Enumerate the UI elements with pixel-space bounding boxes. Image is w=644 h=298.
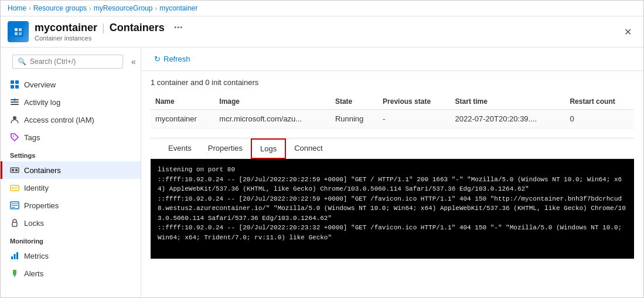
- sidebar-item-identity-label: Identity: [24, 184, 49, 192]
- table-header-row: Name Image State Previous state Start ti…: [151, 94, 634, 110]
- svg-rect-11: [11, 104, 19, 105]
- svg-rect-6: [15, 80, 19, 84]
- close-button[interactable]: ✕: [619, 24, 636, 40]
- content-area: 1 container and 0 init containers Name I…: [141, 71, 643, 297]
- sidebar-item-iam-label: Access control (IAM): [24, 116, 94, 124]
- cell-prev-state: -: [378, 110, 450, 128]
- svg-rect-5: [11, 80, 14, 84]
- breadcrumb-resource-groups[interactable]: Resource groups: [33, 4, 87, 12]
- sidebar-item-metrics[interactable]: Metrics: [1, 247, 141, 265]
- tabs: Events Properties Logs Connect: [151, 138, 634, 159]
- cell-restart-count: 0: [565, 110, 634, 128]
- containers-table: Name Image State Previous state Start ti…: [151, 94, 634, 128]
- tab-connect[interactable]: Connect: [286, 139, 330, 158]
- svg-rect-10: [11, 101, 19, 103]
- sidebar-item-locks[interactable]: Locks: [1, 214, 141, 232]
- svg-rect-16: [12, 169, 14, 171]
- svg-rect-31: [13, 275, 16, 276]
- sidebar-item-containers-label: Containers: [24, 166, 61, 175]
- locks-icon: [10, 218, 19, 228]
- sidebar-item-access-control[interactable]: Access control (IAM): [1, 111, 141, 128]
- sidebar-item-overview[interactable]: Overview: [1, 76, 141, 93]
- cell-state: Running: [330, 110, 378, 128]
- col-image: Image: [214, 94, 330, 110]
- header-subtitle: Container instances: [35, 35, 619, 42]
- svg-rect-1: [15, 28, 18, 31]
- svg-rect-3: [15, 32, 18, 35]
- sidebar-item-alerts-label: Alerts: [24, 269, 43, 278]
- svg-rect-26: [12, 222, 17, 226]
- sidebar: 🔍 « Overview Activity log: [1, 48, 141, 297]
- properties-icon: [10, 201, 19, 210]
- col-name: Name: [151, 94, 214, 110]
- cell-image: mcr.microsoft.com/azu...: [214, 110, 330, 128]
- body: 🔍 « Overview Activity log: [1, 48, 643, 297]
- svg-rect-17: [15, 169, 18, 171]
- tab-properties[interactable]: Properties: [200, 139, 251, 158]
- activity-log-icon: [10, 97, 19, 107]
- search-box[interactable]: 🔍: [12, 55, 123, 69]
- page-title: Containers: [110, 22, 165, 34]
- breadcrumb-my-resource-group[interactable]: myResourceGroup: [94, 4, 153, 12]
- svg-rect-32: [14, 276, 15, 277]
- sidebar-item-locks-label: Locks: [24, 219, 44, 228]
- col-state: State: [330, 94, 378, 110]
- col-prev-state: Previous state: [378, 94, 450, 110]
- metrics-icon: [10, 251, 19, 260]
- col-start-time: Start time: [451, 94, 565, 110]
- breadcrumb: Home › Resource groups › myResourceGroup…: [1, 1, 643, 16]
- overview-icon: [10, 80, 19, 89]
- sidebar-item-containers[interactable]: Containers: [1, 161, 141, 179]
- azure-window: Home › Resource groups › myResourceGroup…: [0, 0, 644, 298]
- svg-point-13: [13, 116, 16, 120]
- svg-rect-8: [15, 85, 19, 89]
- resource-name: mycontainer: [35, 22, 97, 34]
- table-row[interactable]: mycontainer mcr.microsoft.com/azu... Run…: [151, 110, 634, 128]
- page-header: mycontainer | Containers ··· Container i…: [1, 16, 643, 48]
- refresh-button[interactable]: ↻ Refresh: [151, 52, 194, 66]
- breadcrumb-home[interactable]: Home: [8, 4, 26, 12]
- sidebar-item-identity[interactable]: Identity: [1, 179, 141, 197]
- svg-rect-18: [11, 185, 19, 191]
- sidebar-item-alerts[interactable]: Alerts: [1, 265, 141, 282]
- sidebar-item-metrics-label: Metrics: [24, 252, 49, 260]
- more-options-button[interactable]: ···: [174, 22, 183, 34]
- resource-icon: [8, 21, 29, 42]
- refresh-label: Refresh: [163, 55, 190, 63]
- svg-rect-30: [13, 270, 16, 275]
- svg-point-19: [12, 187, 14, 189]
- sidebar-item-activity-log-label: Activity log: [24, 98, 60, 107]
- toolbar: ↻ Refresh: [141, 48, 643, 71]
- alerts-icon: [10, 269, 19, 278]
- svg-rect-0: [13, 26, 23, 37]
- svg-rect-29: [16, 252, 18, 259]
- main-content: ↻ Refresh 1 container and 0 init contain…: [141, 48, 643, 297]
- sidebar-item-overview-label: Overview: [24, 80, 56, 89]
- col-restart-count: Restart count: [565, 94, 634, 110]
- breadcrumb-mycontainer[interactable]: mycontainer: [159, 4, 197, 12]
- identity-icon: [10, 183, 19, 192]
- sidebar-item-properties-label: Properties: [24, 201, 59, 210]
- svg-point-12: [13, 99, 16, 101]
- tags-icon: [10, 133, 19, 142]
- tab-logs[interactable]: Logs: [251, 138, 286, 159]
- sidebar-item-activity-log[interactable]: Activity log: [1, 93, 141, 111]
- tab-events[interactable]: Events: [160, 139, 200, 158]
- svg-rect-25: [12, 207, 15, 208]
- sidebar-item-properties[interactable]: Properties: [1, 197, 141, 214]
- collapse-sidebar-button[interactable]: «: [129, 55, 138, 69]
- svg-point-14: [13, 136, 14, 137]
- cell-start-time: 2022-07-20T20:20:39....: [451, 110, 565, 128]
- access-control-icon: [10, 115, 19, 124]
- log-panel: listening on port 80 ::ffff:10.92.0.24 -…: [151, 159, 634, 259]
- detail-panel: Events Properties Logs Connect listening…: [151, 138, 634, 259]
- search-input[interactable]: [30, 57, 118, 66]
- svg-rect-21: [15, 188, 16, 189]
- header-text: mycontainer | Containers ··· Container i…: [35, 22, 619, 42]
- refresh-icon: ↻: [154, 55, 161, 63]
- svg-rect-28: [14, 254, 16, 259]
- svg-rect-7: [11, 85, 14, 89]
- sidebar-item-tags[interactable]: Tags: [1, 128, 141, 146]
- settings-section-label: Settings: [1, 146, 141, 161]
- svg-rect-20: [15, 187, 18, 188]
